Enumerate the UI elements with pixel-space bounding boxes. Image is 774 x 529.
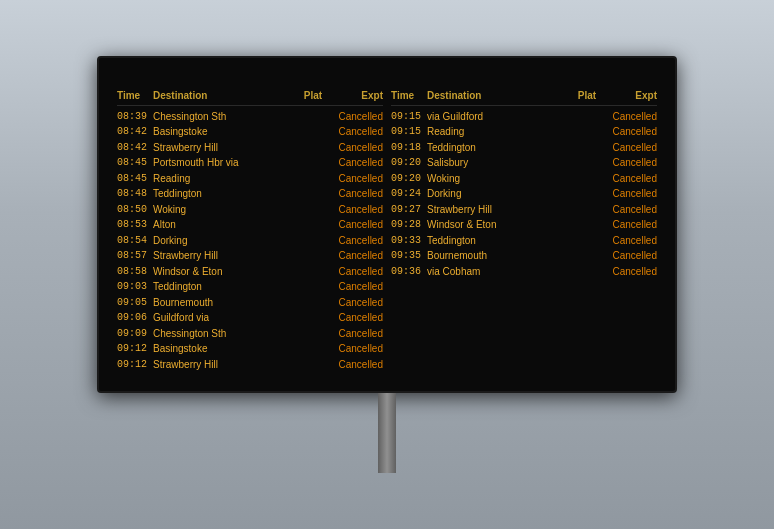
dep-time: 08:39 <box>117 110 153 124</box>
dep-platform <box>572 234 602 248</box>
dep-expected: Cancelled <box>328 234 383 248</box>
table-row: 08:42Strawberry HillCancelled <box>117 141 383 155</box>
dep-destination: via Guildford <box>427 110 572 124</box>
dep-time: 09:12 <box>117 358 153 372</box>
dep-destination: Basingstoke <box>153 342 298 356</box>
dep-expected: Cancelled <box>602 110 657 124</box>
table-row: 09:09Chessington SthCancelled <box>117 327 383 341</box>
left-header-dest: Destination <box>153 90 298 101</box>
dep-time: 09:18 <box>391 141 427 155</box>
table-row: 09:05BournemouthCancelled <box>117 296 383 310</box>
dep-platform <box>572 141 602 155</box>
time-now-row <box>117 80 657 82</box>
dep-time: 09:12 <box>117 342 153 356</box>
dep-time: 08:53 <box>117 218 153 232</box>
departures-board: Time Destination Plat Expt 08:39Chessing… <box>97 56 677 394</box>
left-header-time: Time <box>117 90 153 101</box>
dep-expected: Cancelled <box>328 110 383 124</box>
dep-time: 09:24 <box>391 187 427 201</box>
dep-expected: Cancelled <box>328 296 383 310</box>
dep-platform <box>298 342 328 356</box>
dep-platform <box>298 156 328 170</box>
dep-expected: Cancelled <box>602 218 657 232</box>
dep-expected: Cancelled <box>602 156 657 170</box>
left-column: Time Destination Plat Expt 08:39Chessing… <box>117 90 383 374</box>
dep-time: 09:03 <box>117 280 153 294</box>
dep-expected: Cancelled <box>328 280 383 294</box>
dep-destination: Chessington Sth <box>153 327 298 341</box>
dep-destination: Dorking <box>153 234 298 248</box>
dep-destination: Bournemouth <box>153 296 298 310</box>
table-row: 09:06Guildford viaCancelled <box>117 311 383 325</box>
dep-platform <box>572 187 602 201</box>
dep-platform <box>298 249 328 263</box>
table-row: 08:57Strawberry HillCancelled <box>117 249 383 263</box>
dep-destination: Dorking <box>427 187 572 201</box>
dep-platform <box>298 296 328 310</box>
dep-expected: Cancelled <box>328 342 383 356</box>
table-row: 09:18TeddingtonCancelled <box>391 141 657 155</box>
table-row: 09:35BournemouthCancelled <box>391 249 657 263</box>
dep-time: 09:20 <box>391 156 427 170</box>
dep-platform <box>572 203 602 217</box>
dep-platform <box>298 203 328 217</box>
dep-expected: Cancelled <box>602 265 657 279</box>
dep-platform <box>298 125 328 139</box>
dep-time: 08:58 <box>117 265 153 279</box>
table-row: 08:50WokingCancelled <box>117 203 383 217</box>
right-header-time: Time <box>391 90 427 101</box>
dep-expected: Cancelled <box>328 172 383 186</box>
dep-time: 08:45 <box>117 172 153 186</box>
right-col-header: Time Destination Plat Expt <box>391 90 657 101</box>
table-row: 09:03TeddingtonCancelled <box>117 280 383 294</box>
dep-destination: via Cobham <box>427 265 572 279</box>
dep-destination: Bournemouth <box>427 249 572 263</box>
dep-expected: Cancelled <box>328 265 383 279</box>
dep-time: 08:42 <box>117 125 153 139</box>
table-row: 09:15via GuildfordCancelled <box>391 110 657 124</box>
dep-platform <box>572 249 602 263</box>
table-row: 08:39Chessington SthCancelled <box>117 110 383 124</box>
dep-platform <box>298 234 328 248</box>
table-row: 09:12Strawberry HillCancelled <box>117 358 383 372</box>
dep-expected: Cancelled <box>328 327 383 341</box>
dep-time: 08:45 <box>117 156 153 170</box>
dep-platform <box>572 156 602 170</box>
dep-platform <box>572 172 602 186</box>
dep-time: 09:05 <box>117 296 153 310</box>
table-row: 09:28Windsor & EtonCancelled <box>391 218 657 232</box>
columns-wrapper: Time Destination Plat Expt 08:39Chessing… <box>117 90 657 374</box>
dep-time: 09:09 <box>117 327 153 341</box>
dep-destination: Strawberry Hill <box>427 203 572 217</box>
dep-destination: Basingstoke <box>153 125 298 139</box>
table-row: 08:58Windsor & EtonCancelled <box>117 265 383 279</box>
table-row: 09:20WokingCancelled <box>391 172 657 186</box>
table-row: 09:27Strawberry HillCancelled <box>391 203 657 217</box>
dep-time: 09:27 <box>391 203 427 217</box>
dep-expected: Cancelled <box>602 187 657 201</box>
dep-expected: Cancelled <box>328 311 383 325</box>
table-row: 09:24DorkingCancelled <box>391 187 657 201</box>
left-header-expt: Expt <box>328 90 383 101</box>
dep-expected: Cancelled <box>328 141 383 155</box>
table-row: 08:42BasingstokeCancelled <box>117 125 383 139</box>
table-row: 09:20SalisburyCancelled <box>391 156 657 170</box>
dep-destination: Portsmouth Hbr via <box>153 156 298 170</box>
dep-expected: Cancelled <box>602 203 657 217</box>
dep-destination: Windsor & Eton <box>153 265 298 279</box>
left-departure-list: 08:39Chessington SthCancelled08:42Basing… <box>117 110 383 372</box>
right-departure-list: 09:15via GuildfordCancelled09:15ReadingC… <box>391 110 657 279</box>
right-header-dest: Destination <box>427 90 572 101</box>
right-column: Time Destination Plat Expt 09:15via Guil… <box>391 90 657 374</box>
dep-expected: Cancelled <box>602 141 657 155</box>
left-header-plat: Plat <box>298 90 328 101</box>
dep-destination: Windsor & Eton <box>427 218 572 232</box>
dep-platform <box>572 218 602 232</box>
dep-destination: Guildford via <box>153 311 298 325</box>
table-row: 08:53AltonCancelled <box>117 218 383 232</box>
dep-destination: Teddington <box>427 141 572 155</box>
dep-expected: Cancelled <box>328 203 383 217</box>
dep-expected: Cancelled <box>328 249 383 263</box>
dep-time: 08:50 <box>117 203 153 217</box>
dep-time: 08:57 <box>117 249 153 263</box>
